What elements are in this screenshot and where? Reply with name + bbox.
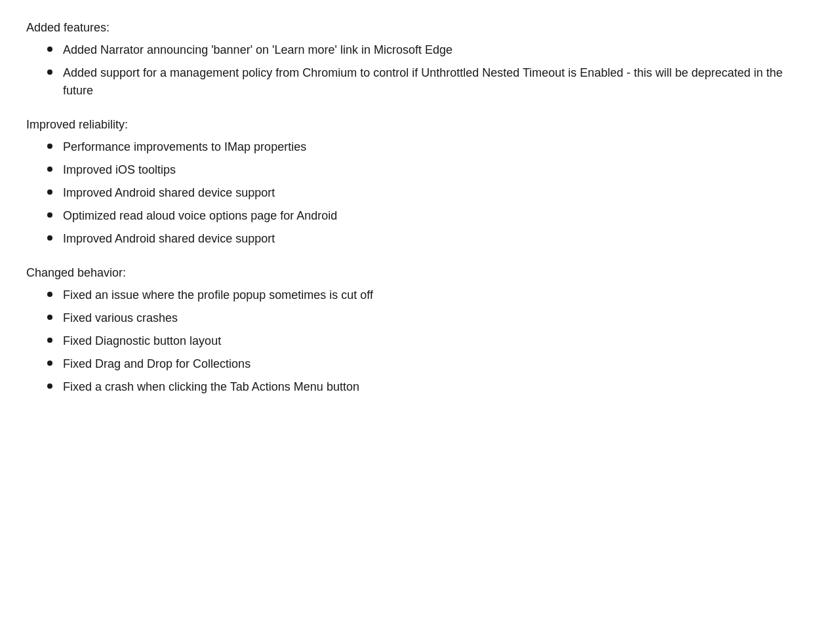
bullet-icon: [47, 361, 52, 366]
section-heading-added-features: Added features:: [26, 21, 814, 35]
release-notes-container: Added features:Added Narrator announcing…: [26, 21, 814, 396]
bullet-icon: [47, 235, 52, 241]
bullet-icon: [47, 292, 52, 297]
list-item-text: Fixed various crashes: [63, 309, 814, 327]
list-item: Fixed a crash when clicking the Tab Acti…: [26, 378, 814, 396]
list-item: Added support for a management policy fr…: [26, 64, 814, 100]
bullet-icon: [47, 189, 52, 195]
list-item-text: Improved iOS tooltips: [63, 161, 814, 179]
bullet-icon: [47, 144, 52, 149]
section-heading-changed-behavior: Changed behavior:: [26, 266, 814, 280]
bullet-icon: [47, 315, 52, 320]
list-item: Improved Android shared device support: [26, 230, 814, 248]
list-item-text: Performance improvements to IMap propert…: [63, 138, 814, 156]
list-item: Fixed Diagnostic button layout: [26, 332, 814, 350]
list-item-text: Fixed a crash when clicking the Tab Acti…: [63, 378, 814, 396]
bullet-icon: [47, 383, 52, 389]
section-added-features: Added features:Added Narrator announcing…: [26, 21, 814, 100]
section-improved-reliability: Improved reliability:Performance improve…: [26, 118, 814, 248]
bullet-icon: [47, 212, 52, 218]
list-item: Fixed an issue where the profile popup s…: [26, 286, 814, 304]
bullet-icon: [47, 69, 52, 75]
list-item: Fixed Drag and Drop for Collections: [26, 355, 814, 373]
bullet-icon: [47, 338, 52, 343]
bullet-icon: [47, 47, 52, 52]
bullet-list-improved-reliability: Performance improvements to IMap propert…: [26, 138, 814, 248]
list-item: Fixed various crashes: [26, 309, 814, 327]
list-item-text: Fixed Diagnostic button layout: [63, 332, 814, 350]
list-item: Optimized read aloud voice options page …: [26, 207, 814, 225]
list-item-text: Added support for a management policy fr…: [63, 64, 814, 100]
list-item-text: Fixed Drag and Drop for Collections: [63, 355, 814, 373]
list-item-text: Improved Android shared device support: [63, 230, 814, 248]
list-item: Improved iOS tooltips: [26, 161, 814, 179]
section-heading-improved-reliability: Improved reliability:: [26, 118, 814, 132]
list-item: Performance improvements to IMap propert…: [26, 138, 814, 156]
bullet-list-changed-behavior: Fixed an issue where the profile popup s…: [26, 286, 814, 396]
bullet-icon: [47, 166, 52, 172]
list-item-text: Fixed an issue where the profile popup s…: [63, 286, 814, 304]
list-item-text: Improved Android shared device support: [63, 184, 814, 202]
list-item-text: Added Narrator announcing 'banner' on 'L…: [63, 41, 814, 59]
list-item-text: Optimized read aloud voice options page …: [63, 207, 814, 225]
list-item: Improved Android shared device support: [26, 184, 814, 202]
section-changed-behavior: Changed behavior:Fixed an issue where th…: [26, 266, 814, 396]
bullet-list-added-features: Added Narrator announcing 'banner' on 'L…: [26, 41, 814, 100]
list-item: Added Narrator announcing 'banner' on 'L…: [26, 41, 814, 59]
